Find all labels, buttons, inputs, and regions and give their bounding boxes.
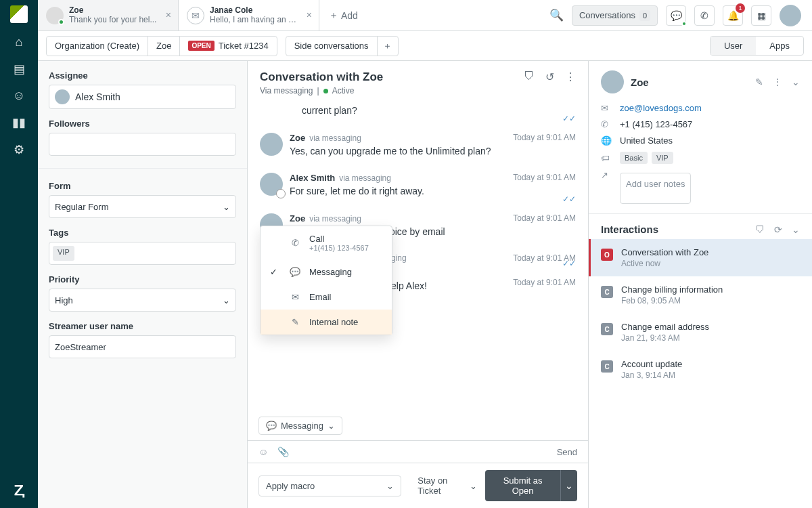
tag-chip[interactable]: VIP xyxy=(53,246,74,261)
send-button[interactable]: Send xyxy=(557,447,577,457)
emoji-icon[interactable]: ☺ xyxy=(258,446,268,457)
status-text: Active xyxy=(332,86,355,96)
context-bar: Organization (Create) Zoe OPEN Ticket #1… xyxy=(38,31,812,61)
notif-badge: 1 xyxy=(736,3,745,13)
message-time: Today at 9:01 AM xyxy=(513,213,576,223)
chevron-down-icon[interactable]: ⌄ xyxy=(792,77,800,87)
priority-select[interactable]: High⌄ xyxy=(49,289,236,312)
interaction-item[interactable]: C Account updateJan 3, 9:14 AM xyxy=(589,351,812,388)
reporting-icon[interactable]: ▮▮ xyxy=(12,115,26,130)
message-list[interactable]: current plan? ✓✓ Zoevia messaging Yes, c… xyxy=(248,100,588,411)
stay-on-ticket[interactable]: Stay on Ticket⌄ xyxy=(418,475,477,496)
tag-chip[interactable]: Basic xyxy=(620,152,648,164)
ticket-properties-panel: Assignee Alex Smith Followers Form Regul… xyxy=(38,61,248,508)
tab-janae[interactable]: ✉ Janae Cole Hello, I am having an is...… xyxy=(179,0,319,30)
toggle-user[interactable]: User xyxy=(710,37,756,55)
panel-toggle: User Apps xyxy=(710,36,804,56)
customers-icon[interactable]: ☺ xyxy=(13,89,25,103)
user-email[interactable]: zoe@lovesdogs.com xyxy=(620,103,702,113)
edit-icon[interactable]: ✎ xyxy=(755,77,763,87)
mail-icon: ✉ xyxy=(289,292,301,302)
channel-option-call[interactable]: ✆ Call+1(415) 123-4567 xyxy=(261,226,392,259)
channel-option-email[interactable]: ✉ Email xyxy=(261,284,392,310)
ticket-segment[interactable]: OPEN Ticket #1234 xyxy=(180,37,276,56)
channel-option-messaging[interactable]: ✓ 💬 Messaging xyxy=(261,259,392,284)
note-icon: ✎ xyxy=(289,317,301,327)
user-segment[interactable]: Zoe xyxy=(148,37,180,56)
conversation-panel: Conversation with Zoe Via messaging | Ac… xyxy=(248,61,589,508)
chat-status-icon[interactable]: 💬 xyxy=(666,5,686,26)
composer: ☺ 📎 Send xyxy=(248,440,588,463)
status-badge: OPEN xyxy=(188,41,214,51)
zendesk-logo-icon[interactable]: Ⱬ xyxy=(14,482,24,508)
user-panel: Zoe ✎ ⋮ ⌄ ✉zoe@lovesdogs.com ✆+1 (415) 1… xyxy=(589,61,812,508)
user-phone: +1 (415) 123-4567 xyxy=(620,119,692,129)
refresh-icon[interactable]: ⟳ xyxy=(774,224,782,235)
tab-title: Janae Cole xyxy=(210,6,298,16)
profile-avatar[interactable] xyxy=(780,5,801,26)
more-icon[interactable]: ⋮ xyxy=(565,70,576,83)
avatar-icon xyxy=(55,89,70,104)
submit-caret[interactable]: ⌄ xyxy=(560,470,577,501)
avatar-icon xyxy=(260,133,283,156)
message-item: Zoevia messaging Yes, can you upgrade me… xyxy=(260,126,576,167)
filter-icon[interactable]: ⛉ xyxy=(524,70,535,83)
ticket-id: Ticket #1234 xyxy=(219,41,269,51)
add-tab-label: Add xyxy=(341,10,358,21)
conversation-title: Conversation with Zoe xyxy=(260,70,383,84)
status-badge: C xyxy=(601,360,613,373)
mail-icon: ✉ xyxy=(601,103,612,113)
assignee-field[interactable]: Alex Smith xyxy=(49,85,236,109)
filter-icon[interactable]: ⛉ xyxy=(755,224,765,235)
user-avatar xyxy=(601,70,624,93)
chevron-down-icon: ⌄ xyxy=(328,421,335,431)
message-time: Today at 9:01 AM xyxy=(513,133,576,142)
views-icon[interactable]: ▤ xyxy=(14,62,25,77)
close-icon[interactable]: × xyxy=(166,9,171,20)
avatar-icon xyxy=(260,173,283,196)
side-conv-button[interactable]: Side conversations xyxy=(286,37,378,56)
toggle-apps[interactable]: Apps xyxy=(756,37,803,55)
form-select[interactable]: Regular Form⌄ xyxy=(49,195,236,218)
home-icon[interactable]: ⌂ xyxy=(16,35,23,49)
attachment-icon[interactable]: 📎 xyxy=(277,446,289,457)
ticket-footer: Apply macro⌄ Stay on Ticket⌄ Submit as O… xyxy=(248,463,588,508)
more-icon[interactable]: ⋮ xyxy=(773,77,782,87)
conversations-label: Conversations xyxy=(579,10,635,20)
add-side-conv-button[interactable]: ＋ xyxy=(378,37,398,56)
conversations-button[interactable]: Conversations 0 xyxy=(572,5,658,26)
priority-label: Priority xyxy=(49,274,236,284)
notifications-icon[interactable]: 🔔1 xyxy=(723,5,743,26)
interaction-item[interactable]: C Change email addressJan 21, 9:43 AM xyxy=(589,314,812,351)
streamer-field[interactable]: ZoeStreamer xyxy=(49,335,236,358)
interaction-item[interactable]: O Conversation with ZoeActive now xyxy=(589,239,812,276)
phone-icon[interactable]: ✆ xyxy=(694,5,715,26)
channel-option-internal-note[interactable]: ✎ Internal note xyxy=(261,310,392,335)
chevron-down-icon: ⌄ xyxy=(223,295,230,305)
submit-button-group: Submit as Open ⌄ xyxy=(485,470,577,501)
add-tab-button[interactable]: ＋ Add xyxy=(319,0,367,30)
followers-field[interactable] xyxy=(49,133,236,156)
interaction-item[interactable]: C Change billing informationFeb 08, 9:05… xyxy=(589,276,812,314)
submit-button[interactable]: Submit as Open xyxy=(485,470,560,501)
tag-chip[interactable]: VIP xyxy=(652,152,673,164)
search-icon[interactable]: 🔍 xyxy=(549,8,564,22)
message-item: Alex Smithvia messaging For sure, let me… xyxy=(260,166,576,207)
history-icon[interactable]: ↺ xyxy=(545,70,554,83)
side-conversations: Side conversations ＋ xyxy=(286,36,399,56)
apps-grid-icon[interactable]: ▦ xyxy=(751,5,771,26)
settings-icon[interactable]: ⚙ xyxy=(14,142,24,157)
chevron-down-icon[interactable]: ⌄ xyxy=(792,224,800,235)
assignee-name: Alex Smith xyxy=(75,91,120,102)
user-notes-field[interactable]: Add user notes xyxy=(620,173,691,204)
org-segment[interactable]: Organization (Create) xyxy=(47,37,148,56)
avatar-icon xyxy=(46,7,64,24)
status-badge: C xyxy=(601,286,613,298)
channel-picker[interactable]: 💬 Messaging ⌄ xyxy=(258,417,342,435)
tags-field[interactable]: VIP xyxy=(49,242,236,265)
apply-macro-select[interactable]: Apply macro⌄ xyxy=(258,475,401,496)
phone-icon: ✆ xyxy=(289,238,301,248)
tab-zoe[interactable]: Zoe Thank you for your hel... × xyxy=(38,0,179,30)
streamer-label: Streamer user name xyxy=(49,321,236,331)
close-icon[interactable]: × xyxy=(307,9,312,20)
